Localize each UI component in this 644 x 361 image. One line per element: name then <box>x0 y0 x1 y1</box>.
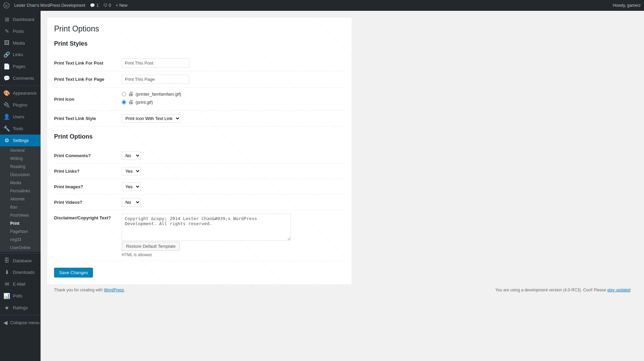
disclaimer-textarea[interactable]: Copyright &copy; 2014 Lester Chan&#039;s… <box>122 214 291 241</box>
sidebar-item-tools[interactable]: 🔧 Tools <box>0 123 41 135</box>
submenu-media-setting[interactable]: Media <box>0 179 41 187</box>
submenu-permalinks[interactable]: Permalinks <box>0 187 41 195</box>
submenu-mig33[interactable]: mig33 <box>0 236 41 244</box>
wordpress-link[interactable]: WordPress <box>104 288 124 292</box>
stay-updated-link[interactable]: stay updated <box>607 288 630 292</box>
sidebar: ⊞ Dashboard ✎ Posts 🖼 Media 🔗 Links 📄 Pa… <box>0 11 41 361</box>
print-text-link-page-input[interactable] <box>122 75 189 84</box>
main-content: Print Options Print Styles Print Text Li… <box>41 11 644 361</box>
print-text-link-style-row: Print Text Link Style Print Icon With Te… <box>54 111 345 126</box>
database-icon: 🗄 <box>3 258 10 264</box>
svg-text:W: W <box>5 4 8 7</box>
print-icon-label: Print Icon <box>54 97 74 102</box>
submit-row: Save Changes <box>54 268 345 278</box>
footer-credit: Thank you for creating with WordPress. <box>54 288 125 292</box>
print-text-link-style-select[interactable]: Print Icon With Text Link Print Text Lin… <box>122 114 181 123</box>
print-icon-radio2[interactable] <box>122 100 126 104</box>
submenu-useronline[interactable]: UserOnline <box>0 244 41 252</box>
sidebar-item-appearance[interactable]: 🎨 Appearance <box>0 87 41 99</box>
sidebar-item-settings[interactable]: ⚙ Settings <box>0 135 41 146</box>
print-text-link-style-label: Print Text Link Style <box>54 116 96 121</box>
sidebar-item-links[interactable]: 🔗 Links <box>0 49 41 61</box>
sidebar-item-database[interactable]: 🗄 Database <box>0 255 41 266</box>
appearance-icon: 🎨 <box>3 90 10 96</box>
sidebar-item-polls[interactable]: 📊 Polls <box>0 290 41 302</box>
submenu-discussion[interactable]: Discussion <box>0 171 41 179</box>
sidebar-item-ratings[interactable]: ★ Ratings <box>0 302 41 314</box>
posts-icon: ✎ <box>3 28 10 34</box>
print-comments-select[interactable]: No Yes <box>122 151 141 160</box>
settings-icon: ⚙ <box>3 137 10 144</box>
site-name-item[interactable]: Lester Chan's WordPress Development <box>14 3 85 8</box>
print-icon-row: Print Icon 🖨 (printer_famfamfam.gif) 🖨 <box>54 88 345 111</box>
print-comments-label: Print Comments? <box>54 153 91 158</box>
print-videos-label: Print Videos? <box>54 200 82 205</box>
ratings-icon: ★ <box>3 305 10 311</box>
menu-separator-3 <box>0 315 41 315</box>
print-text-link-post-row: Print Text Link For Post <box>54 55 345 71</box>
submenu-ban[interactable]: Ban <box>0 203 41 211</box>
submenu-akismet[interactable]: Akismet <box>0 195 41 203</box>
menu-separator-1 <box>0 86 41 86</box>
print-videos-select[interactable]: No Yes <box>122 198 141 207</box>
collapse-menu[interactable]: ◀ Collapse menu <box>0 317 41 329</box>
howdy: Howdy, gamerz <box>613 3 641 8</box>
downloads-icon: ⬇ <box>3 269 10 275</box>
site-name: Lester Chan's WordPress Development <box>14 3 85 8</box>
disclaimer-label: Disclaimer/Copyright Text? <box>54 215 111 220</box>
print-options-heading: Print Options <box>54 133 345 143</box>
sidebar-item-dashboard[interactable]: ⊞ Dashboard <box>0 14 41 25</box>
dashboard-icon: ⊞ <box>3 16 10 23</box>
sidebar-item-comments[interactable]: 💬 Comments <box>0 72 41 84</box>
comments-icon: 💬 <box>3 75 10 81</box>
tools-icon: 🔧 <box>3 125 10 132</box>
print-icon-option1: 🖨 (printer_famfamfam.gif) <box>122 91 345 97</box>
print-links-label: Print Links? <box>54 169 79 174</box>
print-icon-radio1[interactable] <box>122 92 126 96</box>
submenu-reading[interactable]: Reading <box>0 163 41 171</box>
wp-logo-icon: W <box>3 2 9 8</box>
restore-default-button[interactable]: Restore Default Template <box>122 242 180 251</box>
print-options-table: Print Comments? No Yes Print Links? <box>54 148 345 261</box>
print-links-select[interactable]: Yes No <box>122 167 141 175</box>
submenu-general[interactable]: General <box>0 146 41 154</box>
page-title: Print Options <box>54 24 345 33</box>
disclaimer-row: Disclaimer/Copyright Text? Copyright &co… <box>54 210 345 261</box>
content-wrap: Print Options Print Styles Print Text Li… <box>47 18 352 284</box>
sidebar-item-plugins[interactable]: 🔌 Plugins <box>0 99 41 111</box>
footer-version: You are using a development version (4.0… <box>495 288 630 292</box>
print-text-link-post-label: Print Text Link For Post <box>54 61 103 66</box>
submenu-print[interactable]: Print <box>0 219 41 227</box>
comments-item[interactable]: 💬 1 <box>90 3 99 8</box>
submenu-postviews[interactable]: PostViews <box>0 211 41 219</box>
print-images-select[interactable]: Yes No <box>122 183 141 191</box>
sidebar-item-email[interactable]: ✉ E-Mail <box>0 278 41 290</box>
submenu-pagenavi[interactable]: PageNavi <box>0 227 41 236</box>
sidebar-item-media[interactable]: 🖼 Media <box>0 37 41 49</box>
print-text-link-post-input[interactable] <box>122 58 189 68</box>
admin-bar: W Lester Chan's WordPress Development 💬 … <box>0 0 644 11</box>
email-icon: ✉ <box>3 281 10 287</box>
comment-count-item[interactable]: 🗨 0 <box>103 3 111 8</box>
print-styles-heading: Print Styles <box>54 40 345 50</box>
wp-logo-item[interactable]: W <box>3 2 9 8</box>
new-item[interactable]: + New <box>116 3 127 8</box>
print-links-row: Print Links? Yes No <box>54 164 345 179</box>
sidebar-item-posts[interactable]: ✎ Posts <box>0 25 41 37</box>
links-icon: 🔗 <box>3 51 10 58</box>
footer: Thank you for creating with WordPress. Y… <box>47 284 637 296</box>
sidebar-item-downloads[interactable]: ⬇ Downloads <box>0 266 41 278</box>
pages-icon: 📄 <box>3 63 10 70</box>
media-icon: 🖼 <box>3 40 10 46</box>
plugins-icon: 🔌 <box>3 102 10 108</box>
submenu-writing[interactable]: Writing <box>0 154 41 163</box>
sidebar-item-users[interactable]: 👤 Users <box>0 111 41 123</box>
html-note: HTML is allowed. <box>122 252 345 257</box>
print-images-row: Print Images? Yes No <box>54 179 345 195</box>
print-styles-table: Print Text Link For Post Print Text Link… <box>54 55 345 126</box>
menu-separator-2 <box>0 253 41 254</box>
save-changes-button[interactable]: Save Changes <box>54 268 93 278</box>
print-text-link-page-row: Print Text Link For Page <box>54 71 345 88</box>
sidebar-item-pages[interactable]: 📄 Pages <box>0 61 41 72</box>
print-icon-option2: 🖨 (print.gif) <box>122 99 345 105</box>
